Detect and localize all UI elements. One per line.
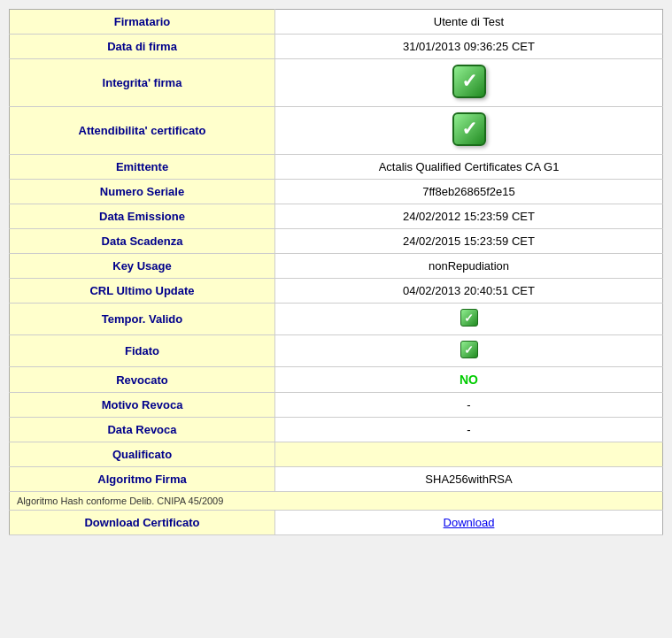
label-numero-seriale: Numero Seriale [10, 180, 275, 204]
label-download-certificato: Download Certificato [10, 511, 275, 535]
value-integrita [275, 59, 663, 107]
value-firmatario: Utente di Test [275, 10, 663, 35]
table-row: Attendibilita' certificato [10, 107, 663, 155]
table-row: Fidato [10, 335, 663, 367]
label-data-emissione: Data Emissione [10, 204, 275, 229]
value-data-revoca: - [275, 418, 663, 442]
value-attendibilita [275, 107, 663, 155]
table-row: Firmatario Utente di Test [10, 10, 663, 35]
value-data-scadenza: 24/02/2015 15:23:59 CET [275, 229, 663, 254]
label-data-scadenza: Data Scadenza [10, 229, 275, 254]
label-data-revoca: Data Revoca [10, 418, 275, 442]
label-qualificato: Qualificato [10, 442, 275, 467]
value-qualificato [275, 442, 663, 467]
label-motivo-revoca: Motivo Revoca [10, 393, 275, 418]
table-row: Qualificato [10, 442, 663, 467]
checkmark-large-icon [452, 112, 486, 146]
value-revocato: NO [275, 367, 663, 393]
revocato-no-text: NO [460, 373, 478, 387]
download-row: Download Certificato Download [10, 511, 663, 535]
checkmark-small-icon [460, 341, 478, 358]
label-attendibilita: Attendibilita' certificato [10, 107, 275, 155]
value-fidato [275, 335, 663, 367]
label-key-usage: Key Usage [10, 254, 275, 279]
value-numero-seriale: 7ff8eb26865f2e15 [275, 180, 663, 204]
label-firmatario: Firmatario [10, 10, 275, 35]
value-emittente: Actalis Qualified Certificates CA G1 [275, 155, 663, 180]
table-row: Key Usage nonRepudiation [10, 254, 663, 279]
table-row: Revocato NO [10, 367, 663, 393]
value-data-emissione: 24/02/2012 15:23:59 CET [275, 204, 663, 229]
table-row: Data Emissione 24/02/2012 15:23:59 CET [10, 204, 663, 229]
label-fidato: Fidato [10, 335, 275, 367]
label-tempor-valido: Tempor. Valido [10, 304, 275, 335]
certificate-details-table: Firmatario Utente di Test Data di firma … [9, 9, 663, 535]
value-key-usage: nonRepudiation [275, 254, 663, 279]
checkmark-large-icon [452, 65, 486, 98]
label-emittente: Emittente [10, 155, 275, 180]
table-row: Data di firma 31/01/2013 09:36:25 CET [10, 35, 663, 59]
value-motivo-revoca: - [275, 393, 663, 418]
table-row: Motivo Revoca - [10, 393, 663, 418]
value-data-firma: 31/01/2013 09:36:25 CET [275, 35, 663, 59]
table-row: Data Revoca - [10, 418, 663, 442]
footer-note-text: Algoritmo Hash conforme Delib. CNIPA 45/… [10, 492, 663, 511]
value-algoritmo-firma: SHA256withRSA [275, 467, 663, 492]
value-tempor-valido [275, 304, 663, 335]
table-row: Emittente Actalis Qualified Certificates… [10, 155, 663, 180]
value-download-certificato: Download [275, 511, 663, 535]
checkmark-small-icon [460, 309, 478, 327]
table-row: Algoritmo Firma SHA256withRSA [10, 467, 663, 492]
label-crl-update: CRL Ultimo Update [10, 279, 275, 304]
footer-note-row: Algoritmo Hash conforme Delib. CNIPA 45/… [10, 492, 663, 511]
table-row: Data Scadenza 24/02/2015 15:23:59 CET [10, 229, 663, 254]
label-data-firma: Data di firma [10, 35, 275, 59]
table-row: Integrita' firma [10, 59, 663, 107]
table-row: Numero Seriale 7ff8eb26865f2e15 [10, 180, 663, 204]
table-row: Tempor. Valido [10, 304, 663, 335]
download-link[interactable]: Download [444, 516, 495, 529]
value-crl-update: 04/02/2013 20:40:51 CET [275, 279, 663, 304]
label-algoritmo-firma: Algoritmo Firma [10, 467, 275, 492]
label-revocato: Revocato [10, 367, 275, 393]
label-integrita: Integrita' firma [10, 59, 275, 107]
table-row: CRL Ultimo Update 04/02/2013 20:40:51 CE… [10, 279, 663, 304]
